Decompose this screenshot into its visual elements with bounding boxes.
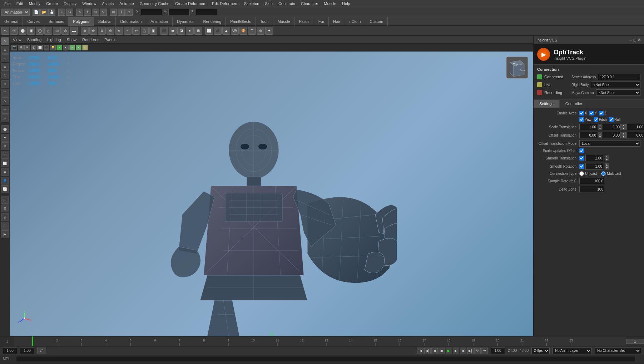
menu-modify[interactable]: Modify xyxy=(26,1,43,6)
menu-file[interactable]: File xyxy=(1,1,14,6)
tool-ep-curve[interactable]: ∿ xyxy=(1,97,9,105)
vp-lighting[interactable]: Lighting xyxy=(46,38,63,42)
bridge-btn[interactable]: ⚌ xyxy=(169,27,177,35)
tool-curve[interactable]: ⌒ xyxy=(1,89,9,97)
extrude-face-btn[interactable]: ⬛ xyxy=(160,27,168,35)
tool-rotate[interactable]: ↻ xyxy=(1,63,9,71)
next-key-btn[interactable]: |▶ xyxy=(460,348,466,354)
settings-tab[interactable]: Settings xyxy=(534,100,560,108)
menu-geometry-cache[interactable]: Geometry Cache xyxy=(137,1,172,6)
smooth-rot-up[interactable]: ▲ xyxy=(605,163,609,166)
vp-grid-btn[interactable]: ⊞ xyxy=(18,45,24,50)
vp-textures-btn[interactable]: ▪ xyxy=(56,45,62,50)
rotate-btn[interactable]: ↻ xyxy=(92,9,99,16)
scale-x-dn[interactable]: ▼ xyxy=(598,127,602,130)
scale-trans-x[interactable] xyxy=(579,124,597,130)
viewport-canvas[interactable]: Verts: 12256 6128 0 Edges: 24992 12496 0… xyxy=(10,51,533,336)
extract-icon-btn[interactable]: ⊗ xyxy=(98,27,106,35)
new-btn[interactable]: 📄 xyxy=(33,9,40,16)
tool-move[interactable]: ✛ xyxy=(1,54,9,62)
frame-start-btn[interactable]: |◀ xyxy=(417,348,423,354)
tool-cluster[interactable]: ✦ xyxy=(1,134,9,142)
vp-shadows-btn[interactable]: ▪ xyxy=(63,45,69,50)
offset-trans-x[interactable] xyxy=(579,132,597,138)
tool-lattice[interactable]: ⊞ xyxy=(1,142,9,150)
tab-curves[interactable]: Curves xyxy=(23,17,44,26)
color-btn[interactable]: 🎨 xyxy=(239,27,247,35)
yaw-checkbox[interactable] xyxy=(579,117,584,122)
timeline-ruler[interactable]: 1 2 3 4 5 6 7 8 9 10 11 xyxy=(14,336,626,346)
soft-sel-btn[interactable]: ⊙ xyxy=(257,27,264,35)
vp-camera-btn[interactable]: 📷 xyxy=(11,45,17,50)
bevel-btn[interactable]: ◪ xyxy=(177,27,185,35)
uv-btn[interactable]: UV xyxy=(231,27,239,35)
tab-custom[interactable]: Custom xyxy=(365,17,388,26)
select-icon-btn[interactable]: ↖ xyxy=(1,27,9,35)
play-btn[interactable]: ▶ xyxy=(446,348,452,354)
tab-muscle[interactable]: Muscle xyxy=(273,17,295,26)
offset-x-dn[interactable]: ▼ xyxy=(598,135,602,138)
plane-icon-btn[interactable]: ▬ xyxy=(70,27,78,35)
vp-wire-btn[interactable]: ⬜ xyxy=(37,45,43,50)
tab-polygons[interactable]: Polygons xyxy=(69,17,94,26)
tool-paint[interactable]: ⬤ xyxy=(1,125,9,133)
tool-skin[interactable]: 👤 xyxy=(1,177,9,185)
smooth-trans-input[interactable] xyxy=(585,155,603,161)
booleans-icon-btn[interactable]: ⊙ xyxy=(106,27,114,35)
smooth-trans-up[interactable]: ▲ xyxy=(605,155,609,158)
merge-btn[interactable]: ⊞ xyxy=(194,27,202,35)
tab-animation[interactable]: Animation xyxy=(146,17,173,26)
triangulate-icon-btn[interactable]: △ xyxy=(141,27,149,35)
menu-constrain[interactable]: Constrain xyxy=(276,1,298,6)
menu-skin[interactable]: Skin xyxy=(262,1,275,6)
tab-deformation[interactable]: Deformation xyxy=(116,17,146,26)
unicast-radio[interactable] xyxy=(579,171,584,176)
separate-icon-btn[interactable]: ⊖ xyxy=(89,27,97,35)
anim-layer-select[interactable]: No Anim Layer xyxy=(553,348,592,354)
fill-hole-btn[interactable]: ● xyxy=(186,27,194,35)
vp-ao-btn[interactable]: ▪ xyxy=(69,45,75,50)
prev-key-btn[interactable]: ◀| xyxy=(424,348,431,354)
box-icon-btn[interactable]: ▣ xyxy=(27,27,35,35)
cone-icon-btn[interactable]: △ xyxy=(44,27,52,35)
vp-isolate-btn[interactable]: ◎ xyxy=(31,45,36,50)
sphere-icon-btn[interactable]: ◯ xyxy=(36,27,44,35)
maya-camera-select[interactable]: <Not Set> xyxy=(596,89,640,96)
select-btn[interactable]: ↖ xyxy=(76,9,83,16)
live-dot[interactable] xyxy=(537,82,542,87)
x-axis-checkbox[interactable] xyxy=(579,111,584,115)
tool-isolate[interactable]: ◎ xyxy=(1,213,9,221)
panel-close-btn[interactable]: ✕ xyxy=(638,38,641,43)
sample-rate-input[interactable] xyxy=(579,178,604,184)
snap-curve[interactable]: ⌇ xyxy=(118,9,125,16)
tab-fur[interactable]: Fur xyxy=(314,17,329,26)
roll-checkbox[interactable] xyxy=(609,117,614,122)
tab-painteffects[interactable]: PaintEffects xyxy=(226,17,256,26)
controller-tab[interactable]: Controller xyxy=(560,100,589,108)
stop-btn[interactable]: ◼ xyxy=(439,348,445,354)
tab-surfaces[interactable]: Surfaces xyxy=(44,17,69,26)
snap-point[interactable]: ✦ xyxy=(125,9,133,16)
offset-x-up[interactable]: ▲ xyxy=(598,132,602,135)
panel-restore-btn[interactable]: □ xyxy=(634,38,636,43)
smooth-shade-btn[interactable]: ⚫ xyxy=(214,27,222,35)
z-axis-checkbox[interactable] xyxy=(599,111,604,115)
tool-sculpt[interactable]: ◎ xyxy=(1,151,9,159)
prev-frame-btn[interactable]: ◀ xyxy=(431,348,438,354)
tab-ncloth[interactable]: nCloth xyxy=(345,17,366,26)
offset-trans-y[interactable] xyxy=(603,132,621,138)
dead-zone-input[interactable] xyxy=(579,186,604,192)
z-coord[interactable] xyxy=(196,9,217,15)
offset-trans-z[interactable] xyxy=(626,132,644,138)
menu-edit-deformers[interactable]: Edit Deformers xyxy=(209,1,241,6)
x-coord[interactable] xyxy=(141,9,162,15)
menu-edit[interactable]: Edit xyxy=(14,1,26,6)
server-address-input[interactable] xyxy=(598,74,640,80)
pitch-checkbox[interactable] xyxy=(594,117,598,122)
save-btn[interactable]: 💾 xyxy=(48,9,55,16)
vp-view[interactable]: View xyxy=(11,38,23,42)
y-coord[interactable] xyxy=(168,9,190,15)
mirror-icon-btn[interactable]: ⇔ xyxy=(132,27,140,35)
snap-grid[interactable]: ⊞ xyxy=(110,9,117,16)
menu-create[interactable]: Create xyxy=(43,1,61,6)
